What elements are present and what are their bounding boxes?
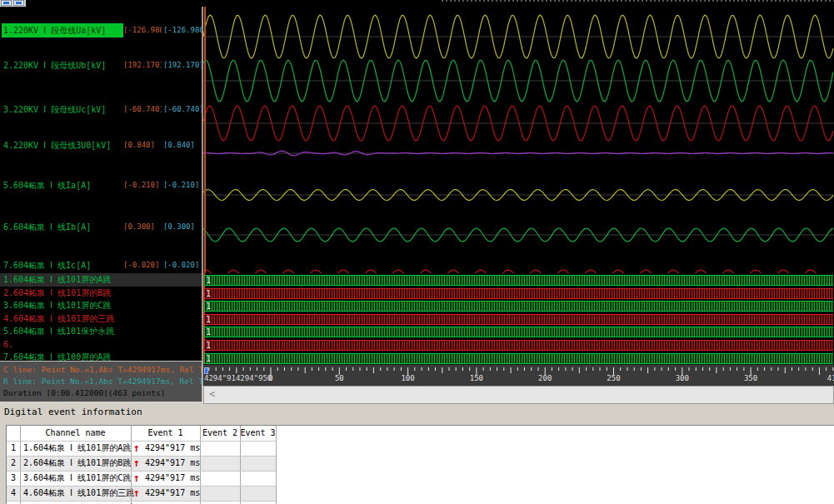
table-row[interactable]: 44.604柘泉 Ⅰ 线101屏的三跳↑4294"917 ms — [7, 486, 276, 501]
instant-value-primary: [-0.210] — [123, 181, 162, 189]
analog-channel-label: 1.220KV Ⅰ 段母线Ua[kV] — [2, 23, 123, 37]
column-header-event1: Event 1 — [131, 426, 200, 441]
table-grid-vline — [131, 426, 132, 504]
table-grid-vline — [240, 426, 241, 504]
analog-channel-row[interactable]: 2.220KV Ⅰ 段母线Ub[kV][192.170][192.170] — [0, 60, 202, 72]
trace-value: 1 — [206, 302, 211, 312]
instant-value-secondary: [-126.980] — [163, 26, 202, 34]
c-line-status: C line: Point No.=1,Abs T=4294917ms, Rel… — [3, 364, 202, 376]
table-grid-hline — [7, 456, 276, 457]
digital-channel-row[interactable]: 5.604柘泉 Ⅰ 线101保护永跳 — [0, 325, 202, 338]
ruler-tick-label: 200 — [535, 374, 555, 382]
ruler-tick-label: 350 — [741, 374, 761, 382]
digital-trace-panel: 1111111 — [203, 273, 834, 364]
digital-channel-list: 1.604柘泉 Ⅰ 线101屏的A跳2.604柘泉 Ⅰ 线101屏的B跳3.60… — [0, 273, 202, 364]
r-line-status: R line: Point No.=1,Abs T=4294917ms, Rel… — [3, 376, 202, 387]
analog-channel-label: 4.220KV Ⅰ 段母线3U0[kV] — [3, 140, 111, 152]
event-time-cell: 4294"917 ms — [145, 441, 200, 456]
clipped-title-text — [442, 0, 834, 2]
digital-channel-row[interactable]: 4.604柘泉 Ⅰ 线101屏的三跳 — [0, 312, 202, 326]
digital-channel-row[interactable]: 3.604柘泉 Ⅰ 线101屏的C跳 — [0, 299, 202, 312]
trace-value: 1 — [206, 289, 211, 299]
analog-channel-label: 2.220KV Ⅰ 段母线Ub[kV] — [3, 60, 106, 72]
table-grid-hline — [7, 486, 276, 487]
column-header-channel-name: Channel name — [20, 426, 131, 441]
ruler-tick-label: 300 — [672, 374, 692, 382]
analog-channel-label: 5.604柘泉 Ⅰ 线Ia[A] — [3, 180, 91, 192]
instant-value-secondary: [192.170] — [163, 61, 202, 69]
channel-name-cell: 1.604柘泉 Ⅰ 线101屏的A跳 — [23, 441, 131, 456]
analog-channel-row[interactable]: 7.604柘泉 Ⅰ 线Ic[A][-0.020][-0.020] — [0, 260, 202, 272]
row-number: 2 — [7, 456, 20, 471]
cursor-marker[interactable] — [204, 367, 208, 374]
ruler-tick-label: 100 — [398, 374, 418, 382]
analog-channel-row[interactable]: 1.220KV Ⅰ 段母线Ua[kV][-126.980][-126.980] — [0, 25, 202, 37]
analog-channel-list: 1.220KV Ⅰ 段母线Ua[kV][-126.980][-126.980]2… — [0, 7, 202, 273]
event-up-arrow-icon: ↑ — [133, 471, 140, 486]
column-header-event3: Event 3 — [240, 426, 276, 441]
event-up-arrow-icon: ↑ — [133, 486, 140, 501]
instant-value-primary: [-0.020] — [123, 261, 162, 269]
ruler-tick-label: 0 — [261, 374, 281, 382]
digital-trace-bar: 1 — [204, 327, 833, 337]
table-grid-vline — [20, 426, 21, 504]
table-row[interactable]: 33.604柘泉 Ⅰ 线101屏的C跳↑4294"917 ms — [7, 471, 276, 486]
instant-value-secondary: [-0.210] — [163, 181, 202, 189]
table-grid-vline — [276, 426, 277, 504]
analog-channel-label: 7.604柘泉 Ⅰ 线Ic[A] — [3, 260, 91, 272]
table-row[interactable]: 11.604柘泉 Ⅰ 线101屏的A跳↑4294"917 ms — [7, 441, 276, 456]
instant-value-secondary: [-0.020] — [163, 261, 202, 269]
toolbar-button-strip — [0, 0, 26, 7]
instant-value-secondary: [0.300] — [163, 222, 202, 231]
row-number: 1 — [7, 441, 20, 456]
top-toolbar — [0, 0, 834, 7]
ruler-tick-label: 250 — [604, 374, 624, 382]
digital-event-table: Channel name Event 1 Event 2 Event 3 11.… — [6, 425, 834, 504]
table-grid-vline — [200, 426, 201, 504]
duration-status: Duration [0:00.412000](463 points) — [3, 387, 202, 399]
digital-trace-bar: 1 — [204, 314, 833, 325]
instant-value-primary: [0.840] — [123, 141, 162, 149]
digital-trace-bar: 1 — [204, 275, 833, 286]
trace-value: 1 — [206, 276, 211, 286]
row-number: 3 — [7, 471, 20, 486]
digital-channel-row[interactable]: 1.604柘泉 Ⅰ 线101屏的A跳 — [0, 273, 202, 287]
instant-value-primary: [-126.980] — [123, 26, 162, 34]
column-header-event2: Event 2 — [200, 426, 240, 441]
scroll-left-icon[interactable]: < — [209, 388, 215, 400]
status-panel: C line: Point No.=1,Abs T=4294917ms, Rel… — [0, 361, 202, 402]
trace-value: 1 — [206, 315, 211, 325]
instant-value-primary: [0.300] — [123, 222, 162, 231]
toolbar-button-2[interactable] — [13, 0, 24, 6]
analog-channel-label: 3.220KV Ⅰ 段母线Uc[kV] — [3, 104, 106, 116]
instant-value-primary: [-60.740] — [123, 105, 162, 113]
digital-channel-row[interactable]: 2.604柘泉 Ⅰ 线101屏的B跳 — [0, 287, 202, 300]
trace-value: 1 — [206, 354, 211, 364]
analog-channel-label: 6.604柘泉 Ⅰ 线Ib[A] — [3, 222, 91, 233]
trace-value: 1 — [206, 327, 211, 337]
table-grid-hline — [7, 501, 276, 502]
instant-value-secondary: [0.840] — [163, 141, 202, 149]
table-row[interactable]: 22.604柘泉 Ⅰ 线101屏的B跳↑4294"917 ms — [7, 456, 276, 471]
toolbar-button-1[interactable] — [1, 0, 12, 6]
analog-channel-row[interactable]: 5.604柘泉 Ⅰ 线Ia[A][-0.210][-0.210] — [0, 180, 202, 192]
digital-trace-bar: 1 — [204, 340, 833, 351]
table-grid-hline — [7, 471, 276, 472]
event-up-arrow-icon: ↑ — [133, 441, 140, 456]
event-time-cell: 4294"917 ms — [145, 486, 200, 501]
event-time-cell: 4294"917 ms — [145, 456, 200, 471]
digital-channel-row[interactable]: 6. — [0, 338, 202, 352]
instant-value-secondary: [-60.740] — [163, 105, 202, 113]
time-ruler[interactable]: 4294"914294"950 050100150200250300350410 — [203, 364, 834, 386]
channel-name-cell: 4.604柘泉 Ⅰ 线101屏的三跳 — [23, 486, 134, 501]
analog-channel-row[interactable]: 6.604柘泉 Ⅰ 线Ib[A][0.300][0.300] — [0, 222, 202, 234]
analog-channel-row[interactable]: 4.220KV Ⅰ 段母线3U0[kV][0.840][0.840] — [0, 140, 202, 152]
horizontal-scrollbar[interactable]: < — [203, 386, 834, 404]
trace-value: 1 — [206, 341, 211, 351]
waveform-panel[interactable] — [203, 7, 834, 273]
digital-trace-bar: 1 — [204, 301, 833, 312]
ruler-tick-label: 150 — [467, 374, 487, 382]
instant-value-primary: [192.170] — [123, 61, 162, 69]
analog-channel-row[interactable]: 3.220KV Ⅰ 段母线Uc[kV][-60.740][-60.740] — [0, 104, 202, 117]
c-cursor-line[interactable] — [204, 7, 206, 273]
